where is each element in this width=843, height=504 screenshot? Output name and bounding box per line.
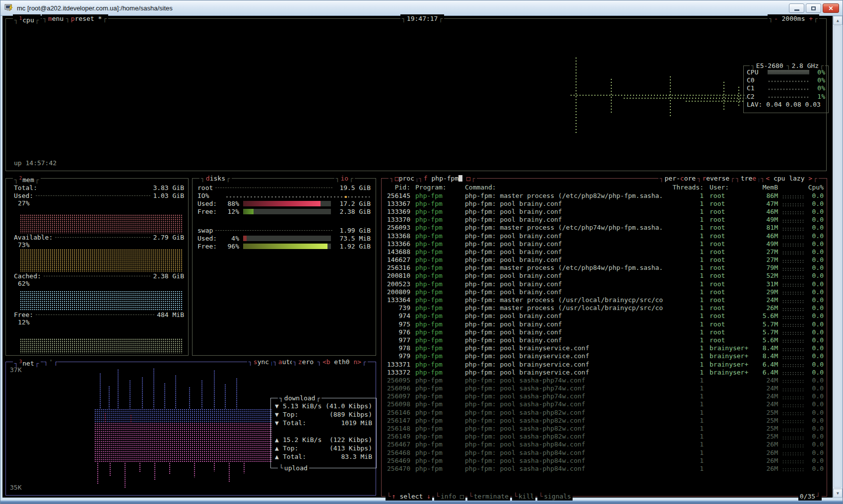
process-row[interactable]: 256095 php-fpm php-fpm: pool sasha-php74… [382, 376, 827, 384]
process-row[interactable]: 200810 php-fpm php-fpm: pool brainy.conf… [382, 272, 827, 280]
kill-action[interactable]: kill [512, 492, 535, 501]
process-pid: 143688 [385, 248, 410, 255]
process-pid: 256467 [385, 441, 410, 448]
process-row[interactable]: 256096 php-fpm php-fpm: pool sasha-php74… [382, 384, 827, 392]
process-row[interactable]: 133364 php-fpm php-fpm: master process (… [382, 296, 827, 304]
process-row[interactable]: 256097 php-fpm php-fpm: pool sasha-php74… [382, 392, 827, 400]
scroll-down-button[interactable]: ▼ [833, 489, 843, 498]
mem-used-percent: 27% [10, 199, 184, 207]
process-row[interactable]: 974 php-fpm php-fpm: pool brainy.conf 1 … [382, 312, 827, 320]
minimize-button[interactable] [789, 3, 804, 13]
process-row[interactable]: 133372 php-fpm php-fpm: pool brainyservi… [382, 368, 827, 376]
reverse-toggle[interactable]: reverse [696, 174, 736, 183]
signals-action[interactable]: signals [537, 492, 573, 501]
process-threads: 1 [670, 392, 704, 400]
process-cpu: 0.0 [804, 400, 824, 408]
process-row[interactable]: 978 php-fpm php-fpm: pool brainyservice.… [382, 344, 827, 352]
process-row[interactable]: 133369 php-fpm php-fpm: pool brainy.conf… [382, 207, 827, 215]
process-row[interactable]: 977 php-fpm php-fpm: pool brainy.conf 1 … [382, 336, 827, 344]
process-pid: 133372 [385, 369, 410, 376]
iface-next-icon[interactable]: n> [354, 358, 362, 366]
process-cpu: 0.0 [804, 320, 824, 328]
title-bar[interactable]: mc [root@a202.itdeveloper.com.ua]:/home/… [0, 0, 843, 16]
column-mem[interactable]: MemB [751, 184, 778, 191]
process-mem: 8.4M [751, 344, 778, 352]
process-row[interactable]: 133370 php-fpm php-fpm: pool brainy.conf… [382, 216, 827, 224]
tab-disks[interactable]: disks [199, 174, 232, 183]
process-command: php-fpm: pool brainy.conf [465, 272, 670, 279]
process-row[interactable]: 256470 php-fpm php-fpm: pool sasha-php84… [382, 464, 827, 472]
process-row[interactable]: 975 php-fpm php-fpm: pool brainy.conf 1 … [382, 320, 827, 328]
sort-column-switcher[interactable]: < cpu lazy > [759, 174, 819, 183]
process-row[interactable]: 256468 php-fpm php-fpm: pool sasha-php84… [382, 448, 827, 456]
scrollbar-thumb[interactable] [834, 25, 842, 488]
process-filter-input[interactable]: f php-fpm □ [417, 174, 477, 183]
refresh-interval-control[interactable]: - 2000ms + [768, 14, 819, 23]
process-row[interactable]: 200809 php-fpm php-fpm: pool brainy.conf… [382, 288, 827, 296]
interval-decrease-icon[interactable]: - [774, 15, 778, 22]
tab-io[interactable]: io [334, 174, 355, 183]
mem-total-row: Total: 3.83 GiB [10, 184, 184, 191]
process-mem: 49M [751, 216, 778, 223]
process-cpu: 0.0 [804, 216, 824, 223]
net-interface-switcher[interactable]: <b eth0 n> [316, 358, 368, 366]
process-threads: 1 [670, 352, 704, 360]
process-user: root [704, 304, 751, 312]
process-row[interactable]: 256146 php-fpm php-fpm: pool sasha-php82… [382, 408, 827, 416]
iface-prev-icon[interactable]: <b [323, 358, 330, 366]
column-pid[interactable]: Pid: [385, 184, 410, 191]
select-action[interactable]: ↑ select ↓ [386, 492, 432, 501]
process-row[interactable]: 143688 php-fpm php-fpm: pool brainy.conf… [382, 248, 827, 255]
close-button[interactable]: ✕ [823, 3, 839, 13]
process-program: php-fpm [410, 369, 465, 376]
process-row[interactable]: 146627 php-fpm php-fpm: pool brainy.conf… [382, 256, 827, 264]
process-mem: 25M [751, 417, 778, 424]
process-row[interactable]: 133368 php-fpm php-fpm: pool brainy.conf… [382, 232, 827, 240]
tab-proc[interactable]: □proc [389, 174, 421, 183]
sort-label: cpu lazy [770, 175, 808, 182]
process-row[interactable]: 133366 php-fpm php-fpm: pool brainy.conf… [382, 240, 827, 248]
info-action[interactable]: info □ [434, 492, 465, 501]
terminate-action[interactable]: terminate [467, 492, 510, 501]
column-cpu[interactable]: Cpu% [804, 184, 824, 191]
preset-button[interactable]: preset * [65, 14, 108, 23]
tree-toggle[interactable]: tree [734, 174, 763, 183]
scroll-up-button[interactable]: ▲ [833, 16, 843, 25]
process-row[interactable]: 256145 php-fpm php-fpm: master process (… [382, 191, 827, 199]
tab-cpu[interactable]: 1cpu [13, 14, 41, 24]
sort-next-icon[interactable]: > [808, 175, 812, 182]
process-threads: 1 [670, 200, 704, 207]
process-cpu: 0.0 [804, 296, 824, 304]
process-row[interactable]: 200523 php-fpm php-fpm: pool brainy.conf… [382, 280, 827, 288]
column-program[interactable]: Program: [410, 184, 465, 191]
process-row[interactable]: 256147 php-fpm php-fpm: pool sasha-php82… [382, 416, 827, 424]
column-user[interactable]: User: [704, 184, 751, 191]
process-row[interactable]: 133371 php-fpm php-fpm: pool brainyservi… [382, 360, 827, 368]
process-pid: 256470 [385, 465, 410, 472]
disk-swap-row: swap 1.99 GiB [197, 226, 371, 234]
process-row[interactable]: 256149 php-fpm php-fpm: pool sasha-php82… [382, 433, 827, 441]
process-row[interactable]: 979 php-fpm php-fpm: pool brainyservice.… [382, 352, 827, 360]
process-program: php-fpm [410, 409, 465, 416]
column-command[interactable]: Command: [465, 184, 670, 191]
process-row[interactable]: 256467 php-fpm php-fpm: pool sasha-php84… [382, 441, 827, 448]
process-user: root [704, 272, 751, 279]
sort-prev-icon[interactable]: < [766, 175, 770, 182]
process-mem: 6.4M [751, 361, 778, 368]
process-command: php-fpm: pool brainy.conf [465, 216, 670, 223]
process-row[interactable]: 256098 php-fpm php-fpm: pool sasha-php74… [382, 400, 827, 408]
process-row[interactable]: 256148 php-fpm php-fpm: pool sasha-php82… [382, 424, 827, 432]
process-row[interactable]: 133367 php-fpm php-fpm: pool brainy.conf… [382, 199, 827, 207]
process-row[interactable]: 976 php-fpm php-fpm: pool brainy.conf 1 … [382, 328, 827, 336]
process-row[interactable]: 256316 php-fpm php-fpm: master process (… [382, 264, 827, 272]
process-row[interactable]: 256469 php-fpm php-fpm: pool sasha-php84… [382, 456, 827, 464]
process-row[interactable]: 256093 php-fpm php-fpm: master process (… [382, 224, 827, 232]
maximize-button[interactable] [806, 3, 821, 13]
process-user: brainyser+ [704, 352, 751, 360]
terminal-scrollbar[interactable]: ▲ ▼ [833, 16, 842, 498]
interval-increase-icon[interactable]: + [809, 15, 813, 22]
process-row[interactable]: 739 php-fpm php-fpm: master process (/us… [382, 304, 827, 312]
tab-mem[interactable]: 2mem [13, 174, 41, 184]
column-threads[interactable]: Threads: [670, 184, 704, 191]
maximize-icon [811, 6, 816, 10]
